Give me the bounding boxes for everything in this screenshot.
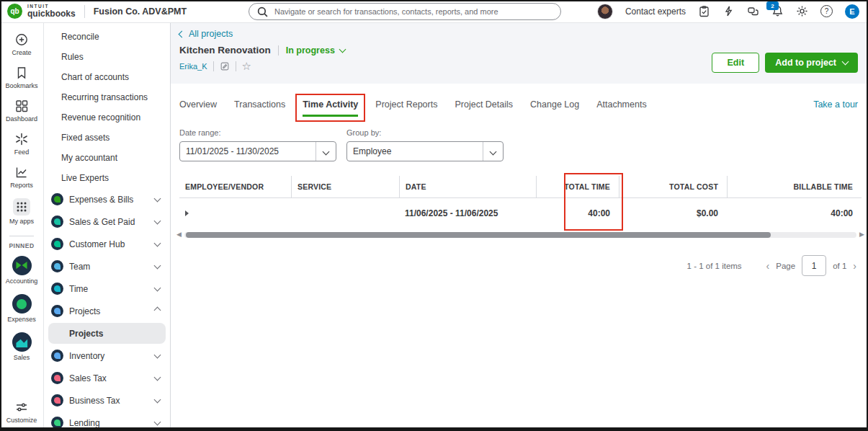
tab-transactions[interactable]: Transactions xyxy=(234,99,285,110)
rail-item-bookmarks[interactable]: Bookmarks xyxy=(5,66,37,89)
date-range-value: 11/01/2025 - 11/30/2025 xyxy=(180,146,316,156)
sidebar-section-time[interactable]: Time xyxy=(44,277,170,300)
group-by-select[interactable]: Employee xyxy=(346,141,504,161)
team-icon xyxy=(51,260,63,272)
sidebar-section-lending[interactable]: Lending xyxy=(44,412,170,431)
community-icon[interactable] xyxy=(747,5,759,17)
sidebar-item-recurring-transactions[interactable]: Recurring transactions xyxy=(44,87,170,107)
favorite-star-icon[interactable]: ☆ xyxy=(242,61,251,71)
cell-total-cost: $0.00 xyxy=(619,198,727,227)
column-header-employee-vendor[interactable]: EMPLOYEE/VENDOR xyxy=(179,176,291,198)
brand-quickbooks: quickbooks xyxy=(27,9,76,18)
my-apps-dots-icon xyxy=(13,198,30,216)
column-header-service[interactable]: SERVICE xyxy=(291,176,399,198)
rail-item-create[interactable]: Create xyxy=(12,32,31,56)
chevron-down-icon xyxy=(154,419,161,426)
sidebar-section-customer-hub[interactable]: Customer Hub xyxy=(44,233,170,255)
scroll-right-icon[interactable]: ▶ xyxy=(859,231,864,238)
column-header-total-cost[interactable]: TOTAL COST xyxy=(619,176,727,198)
notes-icon[interactable] xyxy=(220,61,230,71)
scrollbar-track[interactable] xyxy=(184,232,856,238)
sidebar-item-rules[interactable]: Rules xyxy=(44,47,170,67)
take-a-tour-link[interactable]: Take a tour xyxy=(813,99,858,110)
scrollbar-thumb[interactable] xyxy=(186,232,771,238)
tab-time-activity[interactable]: Time Activity xyxy=(303,99,358,110)
sidebar-item-fixed-assets[interactable]: Fixed assets xyxy=(44,128,170,148)
rail-item-accounting[interactable]: Accounting xyxy=(6,256,38,285)
back-to-all-projects-link[interactable]: All projects xyxy=(179,29,233,39)
lending-icon xyxy=(51,417,63,429)
expert-avatar[interactable] xyxy=(597,4,613,19)
section-label: Customer Hub xyxy=(69,239,149,249)
sidebar-subitem-projects-active[interactable]: Projects xyxy=(48,323,166,344)
add-to-project-button[interactable]: Add to project xyxy=(765,53,858,73)
gear-icon[interactable] xyxy=(796,5,808,17)
status-dropdown[interactable]: In progress xyxy=(286,45,345,55)
sidebar-section-team[interactable]: Team xyxy=(44,255,170,277)
tab-project-reports[interactable]: Project Reports xyxy=(375,99,437,110)
edit-button[interactable]: Edit xyxy=(712,53,759,73)
cell-employee-vendor[interactable] xyxy=(179,198,291,227)
chevron-down-icon xyxy=(154,396,161,404)
rail-label: Feed xyxy=(14,148,30,156)
sidebar-item-chart-of-accounts[interactable]: Chart of accounts xyxy=(44,67,170,87)
chevron-down-icon xyxy=(483,149,503,154)
search-input[interactable] xyxy=(273,6,553,17)
quick-actions-lightning-icon[interactable] xyxy=(722,5,735,17)
notifications[interactable]: 2 xyxy=(771,5,784,17)
page-number-input[interactable] xyxy=(802,255,826,276)
column-header-date[interactable]: DATE xyxy=(399,176,536,198)
rail-item-expenses[interactable]: Expenses xyxy=(7,294,36,323)
section-label: Sales Tax xyxy=(69,373,149,383)
section-label: Sales & Get Paid xyxy=(69,217,149,227)
rail-item-reports[interactable]: Reports xyxy=(10,165,33,189)
group-by-value: Employee xyxy=(347,146,483,156)
sidebar-item-my-accountant[interactable]: My accountant xyxy=(44,148,170,168)
inventory-icon xyxy=(51,350,63,362)
rail-item-sales[interactable]: Sales xyxy=(12,332,32,361)
column-header-total-time[interactable]: TOTAL TIME xyxy=(536,176,619,198)
sales-get-paid-icon xyxy=(51,216,63,228)
chevron-up-icon xyxy=(154,307,161,314)
pagination-controls: ‹ Page of 1 › xyxy=(766,255,856,276)
sidebar-section-sales-tax[interactable]: Sales Tax xyxy=(44,367,170,389)
help-icon[interactable]: ? xyxy=(820,5,833,17)
tab-attachments[interactable]: Attachments xyxy=(596,99,646,110)
scroll-left-icon[interactable]: ◀ xyxy=(176,231,182,238)
column-header-billable-time[interactable]: BILLABLE TIME xyxy=(727,176,862,198)
global-search[interactable] xyxy=(249,3,561,20)
tab-change-log[interactable]: Change Log xyxy=(530,99,579,110)
sidebar-item-reconcile[interactable]: Reconcile xyxy=(44,27,170,47)
table-row[interactable]: 11/06/2025 - 11/06/2025 40:00 $0.00 40:0… xyxy=(179,198,862,227)
rail-item-dashboard[interactable]: Dashboard xyxy=(6,99,37,123)
rail-item-my-apps[interactable]: My apps xyxy=(9,198,34,225)
divider xyxy=(213,61,214,71)
tab-project-details[interactable]: Project Details xyxy=(455,99,513,110)
page-label: Page xyxy=(776,262,795,270)
rail-label: Expenses xyxy=(7,316,36,323)
sidebar-section-projects[interactable]: Projects xyxy=(44,300,170,322)
quickbooks-logo[interactable]: qb INTUIT quickbooks xyxy=(0,4,76,19)
user-avatar[interactable]: E xyxy=(845,4,859,19)
sidebar-section-inventory[interactable]: Inventory xyxy=(44,345,170,367)
contact-experts-link[interactable]: Contact experts xyxy=(625,6,686,17)
customer-link[interactable]: Erika_K xyxy=(179,62,207,71)
tab-overview[interactable]: Overview xyxy=(179,99,217,110)
chevron-down-icon xyxy=(154,240,161,247)
sidebar-section-expenses-bills[interactable]: Expenses & Bills xyxy=(44,188,170,210)
expenses-bills-icon xyxy=(51,193,63,205)
next-page-icon[interactable]: › xyxy=(853,260,856,272)
rail-label: Sales xyxy=(14,354,30,361)
sidebar-item-revenue-recognition[interactable]: Revenue recognition xyxy=(44,107,170,128)
chevron-down-icon xyxy=(154,262,161,270)
date-range-select[interactable]: 11/01/2025 - 11/30/2025 xyxy=(179,141,336,161)
previous-page-icon[interactable]: ‹ xyxy=(766,260,770,272)
tasks-clipboard-icon[interactable] xyxy=(698,5,710,17)
rail-item-feed[interactable]: Feed xyxy=(14,132,30,156)
sidebar-item-live-experts[interactable]: Live Experts xyxy=(44,168,170,188)
rail-item-customize[interactable]: Customize xyxy=(0,400,43,424)
sidebar-section-sales-get-paid[interactable]: Sales & Get Paid xyxy=(44,210,170,233)
expand-row-icon[interactable] xyxy=(185,210,189,216)
accounting-icon xyxy=(12,256,32,275)
sidebar-section-business-tax[interactable]: Business Tax xyxy=(44,389,170,412)
